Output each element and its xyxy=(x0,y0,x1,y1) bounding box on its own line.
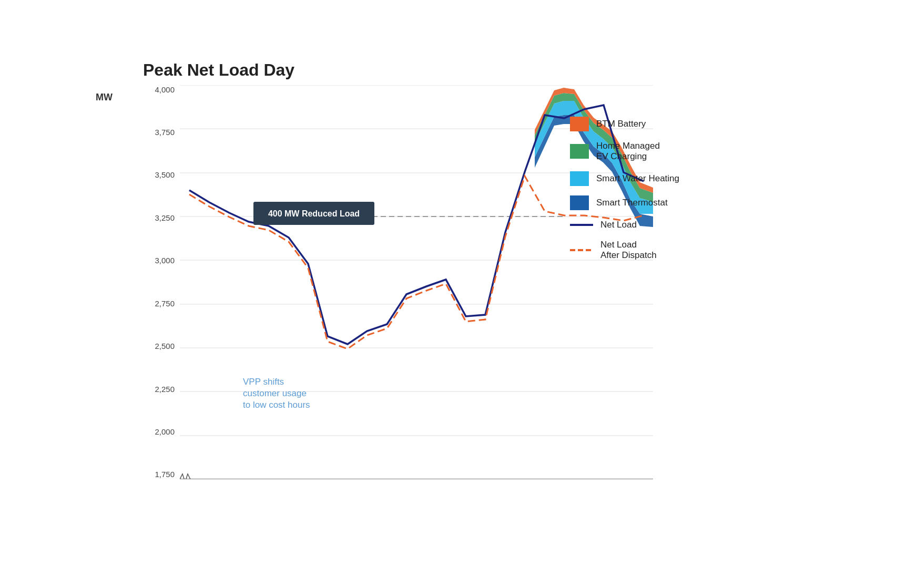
y-tick-2000: 2,000 xyxy=(155,427,175,436)
legend-label-net-load-after-dispatch: Net LoadAfter Dispatch xyxy=(600,240,657,261)
legend-line-net-load xyxy=(570,222,593,228)
svg-text:to low cost hours: to low cost hours xyxy=(243,400,310,410)
y-tick-1750: 1,750 xyxy=(155,470,175,479)
legend-dashed-net-load-after-dispatch xyxy=(570,246,593,254)
legend-item-btm-battery: BTM Battery xyxy=(570,117,679,131)
y-tick-3250: 3,250 xyxy=(155,213,175,222)
chart-plot-area: 1 2 3 4 5 6 7 8 9 10 11 12 13 14 15 16 1… xyxy=(180,85,653,481)
svg-text:400 MW Reduced Load: 400 MW Reduced Load xyxy=(268,209,360,218)
y-axis-ticks: 4,000 3,750 3,500 3,250 3,000 2,750 2,50… xyxy=(143,85,180,479)
legend-item-net-load: Net Load xyxy=(570,220,679,230)
y-tick-4000: 4,000 xyxy=(155,85,175,94)
legend-color-home-managed-ev xyxy=(570,144,589,159)
legend-label-btm-battery: BTM Battery xyxy=(596,119,646,129)
chart-container: Peak Net Load Day MW 4,000 3,750 3,500 3… xyxy=(90,45,827,544)
legend-label-smart-water: Smart Water Heating xyxy=(596,173,679,184)
y-tick-2500: 2,500 xyxy=(155,342,175,350)
legend-label-home-managed-ev: Home ManagedEV Charging xyxy=(596,141,660,162)
legend-item-net-load-after-dispatch: Net LoadAfter Dispatch xyxy=(570,240,679,261)
legend-label-net-load: Net Load xyxy=(600,220,637,230)
y-axis-label: MW xyxy=(96,92,113,103)
y-tick-2750: 2,750 xyxy=(155,299,175,308)
legend-label-smart-thermostat: Smart Thermostat xyxy=(596,198,668,208)
legend-color-smart-water xyxy=(570,171,589,186)
y-tick-3500: 3,500 xyxy=(155,170,175,179)
y-tick-3750: 3,750 xyxy=(155,128,175,137)
y-tick-3000: 3,000 xyxy=(155,256,175,265)
chart-title: Peak Net Load Day xyxy=(143,60,806,80)
chart-legend: BTM Battery Home ManagedEV Charging Smar… xyxy=(570,117,679,261)
y-tick-2250: 2,250 xyxy=(155,385,175,394)
legend-item-smart-water: Smart Water Heating xyxy=(570,171,679,186)
legend-color-btm-battery xyxy=(570,117,589,131)
legend-color-smart-thermostat xyxy=(570,195,589,210)
legend-item-smart-thermostat: Smart Thermostat xyxy=(570,195,679,210)
svg-text:VPP shifts: VPP shifts xyxy=(243,377,284,387)
svg-text:customer usage: customer usage xyxy=(243,388,307,398)
legend-item-home-managed-ev: Home ManagedEV Charging xyxy=(570,141,679,162)
